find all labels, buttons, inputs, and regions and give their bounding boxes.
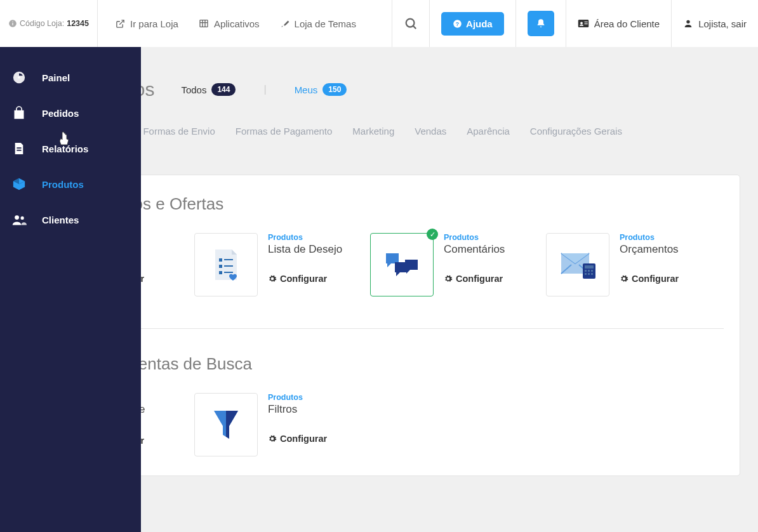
page-title-row: Aplicativos Todos 144 | Meus 150 <box>63 79 740 100</box>
quotes-icon <box>557 248 598 281</box>
header: Código Loja: 12345 Ir para Loja Aplicati… <box>0 0 758 47</box>
app-orcamentos[interactable]: Produtos Orçamentos Configurar <box>546 233 701 296</box>
store-code-label: Código Loja: <box>20 19 64 28</box>
app-icon-filters <box>194 393 258 456</box>
svg-point-8 <box>406 19 415 27</box>
client-area-link[interactable]: Área do Cliente <box>566 0 671 47</box>
filter-all-label: Todos <box>181 84 206 95</box>
gear-icon <box>620 274 628 283</box>
notifications-section <box>515 0 566 47</box>
sidebar-label-relatorios: Relatórios <box>42 143 88 154</box>
id-card-icon <box>578 19 589 28</box>
apps-panel: Produtos e Ofertas Produtos Avise-me Con… <box>63 175 740 476</box>
search-icon <box>404 17 418 30</box>
bell-icon <box>536 18 546 29</box>
notifications-button[interactable] <box>528 11 554 36</box>
header-right: ? Ajuda Área do Cliente Lojista, sair <box>392 0 758 47</box>
svg-rect-21 <box>219 271 222 274</box>
user-icon <box>683 18 693 29</box>
check-icon: ✓ <box>427 229 438 240</box>
svg-point-36 <box>15 215 19 220</box>
info-icon <box>8 19 17 28</box>
configure-label: Configurar <box>456 274 503 284</box>
app-filtros[interactable]: Produtos Filtros Configurar <box>194 393 350 456</box>
svg-rect-31 <box>588 273 590 275</box>
tab-aparencia[interactable]: Aparência <box>467 126 510 136</box>
tab-vendas[interactable]: Vendas <box>415 126 446 136</box>
app-configure-comentarios[interactable]: Configurar <box>444 274 505 284</box>
user-logout[interactable]: Lojista, sair <box>671 0 758 47</box>
grid-icon <box>199 18 209 29</box>
svg-line-9 <box>413 26 416 29</box>
external-link-icon <box>116 19 125 29</box>
app-category: Produtos <box>268 393 327 402</box>
app-name-orcamentos: Orçamentos <box>620 243 679 256</box>
gear-icon <box>444 274 453 283</box>
sidebar-item-relatorios[interactable]: Relatórios <box>0 131 141 166</box>
svg-rect-35 <box>17 150 21 151</box>
category-tabs: Integrações Formas de Envio Formas de Pa… <box>63 126 740 136</box>
svg-rect-28 <box>588 270 590 272</box>
svg-rect-14 <box>584 22 587 22</box>
app-name-filtros: Filtros <box>268 403 327 416</box>
svg-line-3 <box>119 20 124 24</box>
svg-rect-26 <box>585 265 594 269</box>
section-title-ferramentas-busca: Ferramentas de Busca <box>80 354 724 374</box>
app-comentarios[interactable]: ✓ Produtos Comentários Configurar <box>370 233 526 296</box>
app-grid-1: Produtos Avise-me Configurar Produtos Li… <box>80 233 724 296</box>
filter-icon <box>210 407 242 442</box>
gear-icon <box>268 434 277 443</box>
nav-themes-label: Loja de Temas <box>295 18 356 29</box>
svg-point-13 <box>580 22 583 24</box>
svg-rect-30 <box>585 273 587 275</box>
section-title-produtos-ofertas: Produtos e Ofertas <box>80 194 724 214</box>
app-category: Produtos <box>444 233 505 242</box>
store-code-value: 12345 <box>67 19 89 28</box>
svg-rect-17 <box>219 258 222 262</box>
nav-apps[interactable]: Aplicativos <box>199 18 260 29</box>
app-lista-desejo[interactable]: Produtos Lista de Desejo Configurar <box>194 233 350 296</box>
store-code: Código Loja: 12345 <box>0 0 98 47</box>
wishlist-icon <box>210 247 242 283</box>
sidebar-item-produtos[interactable]: Produtos <box>0 166 141 202</box>
question-icon: ? <box>453 19 462 29</box>
filter-mine-count: 150 <box>322 83 347 96</box>
filter-all[interactable]: Todos 144 <box>181 83 236 96</box>
sidebar-item-painel[interactable]: Painel <box>0 60 141 95</box>
nav-themes[interactable]: Loja de Temas <box>280 18 356 29</box>
svg-rect-4 <box>200 20 208 27</box>
svg-rect-15 <box>584 23 587 24</box>
nav-go-to-store[interactable]: Ir para Loja <box>116 18 178 29</box>
tab-formas-pagamento[interactable]: Formas de Pagamento <box>236 126 333 136</box>
filter-mine[interactable]: Meus 150 <box>295 83 347 96</box>
filter-mine-label: Meus <box>295 84 318 95</box>
app-configure-filtros[interactable]: Configurar <box>268 434 327 444</box>
tab-marketing[interactable]: Marketing <box>352 126 394 136</box>
people-icon <box>10 212 28 227</box>
section-divider <box>80 328 724 329</box>
svg-text:?: ? <box>456 20 459 27</box>
svg-rect-29 <box>591 270 593 272</box>
tab-config-gerais[interactable]: Configurações Gerais <box>530 126 622 136</box>
client-area-label: Área do Cliente <box>594 18 660 29</box>
svg-rect-34 <box>17 147 21 149</box>
svg-rect-18 <box>224 259 233 260</box>
sidebar-item-pedidos[interactable]: Pedidos <box>0 95 141 131</box>
header-nav: Ir para Loja Aplicativos Loja de Temas <box>98 0 392 47</box>
configure-label: Configurar <box>280 274 327 284</box>
app-name-comentarios: Comentários <box>444 243 505 256</box>
help-button[interactable]: ? Ajuda <box>441 12 504 36</box>
sidebar-item-clientes[interactable]: Clientes <box>0 202 141 237</box>
help-section: ? Ajuda <box>429 0 515 47</box>
tab-formas-envio[interactable]: Formas de Envio <box>143 126 215 136</box>
app-configure-orcamentos[interactable]: Configurar <box>620 274 679 284</box>
svg-rect-22 <box>224 272 233 273</box>
app-configure-lista-desejo[interactable]: Configurar <box>268 274 342 284</box>
search-section[interactable] <box>392 0 429 47</box>
nav-apps-label: Aplicativos <box>214 18 260 29</box>
sidebar: Painel Pedidos Relatórios Produtos Clien… <box>0 47 141 532</box>
nav-store-label: Ir para Loja <box>130 18 178 29</box>
svg-rect-27 <box>585 270 587 272</box>
svg-rect-19 <box>219 265 222 268</box>
bag-icon <box>10 105 28 121</box>
